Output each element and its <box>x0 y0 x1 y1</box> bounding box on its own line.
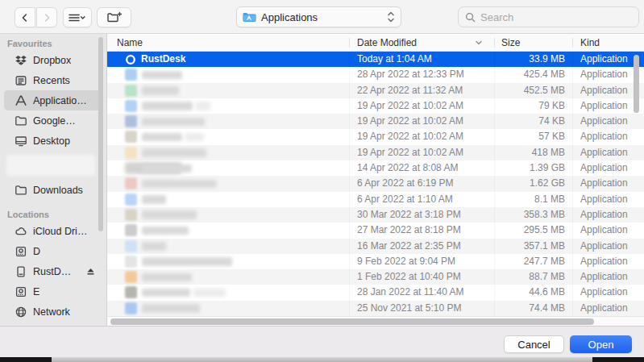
cancel-button[interactable]: Cancel <box>504 335 564 353</box>
file-icon-redacted <box>125 209 137 221</box>
column-header-name[interactable]: Name <box>117 34 143 52</box>
column-header-size[interactable]: Size <box>501 34 520 52</box>
file-row[interactable]: 6 Apr 2022 at 1:10 AM8.1 MBApplication <box>107 192 644 207</box>
sidebar-item-dropbox[interactable]: Dropbox <box>4 50 102 70</box>
sidebar-item-label: E <box>33 286 39 298</box>
sidebar-item-label: Recents <box>33 75 70 86</box>
file-icon-redacted <box>125 271 137 283</box>
file-row[interactable]: 28 Jan 2022 at 11:40 AM44.6 MBApplicatio… <box>107 285 644 300</box>
file-row[interactable]: 22 Apr 2022 at 11:32 AM452.5 MBApplicati… <box>107 83 644 98</box>
redacted-label <box>6 155 95 176</box>
file-icon-redacted <box>125 100 137 112</box>
file-date-modified: 19 Apr 2022 at 10:02 AM <box>357 145 463 160</box>
file-name-redacted <box>142 180 217 189</box>
file-date-modified: 1 Feb 2022 at 10:40 PM <box>357 269 461 285</box>
file-row[interactable]: 19 Apr 2022 at 10:02 AM79 KBApplication <box>107 98 644 114</box>
file-row[interactable]: 16 Mar 2022 at 2:35 PM357.1 MBApplicatio… <box>107 239 644 254</box>
recents-icon <box>14 74 28 87</box>
sidebar-item-redacted[interactable] <box>0 151 106 180</box>
desktop-icon <box>14 135 28 148</box>
sidebar-item-network[interactable]: Network <box>4 302 102 322</box>
sidebar-item-e[interactable]: E <box>4 281 102 302</box>
horizontal-scrollbar[interactable] <box>107 316 644 326</box>
file-kind: Application <box>580 285 628 300</box>
sidebar-item-rustd[interactable]: RustD… <box>4 261 102 281</box>
sidebar: FavouritesDropboxRecentsApplicatio…Googl… <box>0 34 107 326</box>
file-name-redacted <box>142 289 190 298</box>
file-icon-redacted <box>125 302 137 314</box>
sidebar-item-applicatio[interactable]: Applicatio… <box>4 90 102 110</box>
sidebar-item-iclouddri[interactable]: iCloud Dri… <box>4 221 102 241</box>
file-icon-redacted <box>125 115 137 127</box>
sidebar-scrollbar[interactable] <box>98 37 103 231</box>
back-button[interactable] <box>15 7 35 27</box>
applications-icon <box>14 94 28 107</box>
forward-button[interactable] <box>36 7 57 27</box>
file-name-redacted <box>193 289 226 298</box>
view-options-button[interactable] <box>63 7 92 27</box>
horizontal-scrollbar-thumb[interactable] <box>110 318 594 325</box>
file-date-modified: 9 Feb 2022 at 9:04 PM <box>357 254 455 269</box>
file-row[interactable]: 6 Apr 2022 at 6:19 PM1.62 GBApplication <box>107 176 644 191</box>
file-size: 358.3 MB <box>494 207 565 223</box>
file-date-modified: 19 Apr 2022 at 10:02 AM <box>357 114 463 129</box>
file-name-redacted <box>142 164 192 173</box>
column-header-date-modified[interactable]: Date Modified <box>357 34 417 52</box>
folder-icon <box>14 114 28 127</box>
external-disk-icon <box>14 265 28 278</box>
file-row[interactable]: 25 Nov 2021 at 5:10 PM74.4 MBApplication <box>107 301 644 316</box>
open-button[interactable]: Open <box>570 335 632 353</box>
file-name-redacted <box>142 304 200 313</box>
eject-icon[interactable] <box>83 265 98 278</box>
file-kind: Application <box>580 67 628 82</box>
file-size: 74.4 MB <box>494 301 565 316</box>
file-size: 247.7 MB <box>494 254 565 269</box>
file-kind: Application <box>580 160 628 176</box>
file-row[interactable]: 19 Apr 2022 at 10:02 AM57 KBApplication <box>107 129 644 144</box>
file-row[interactable]: 19 Apr 2022 at 10:02 AM418 MBApplication <box>107 145 644 160</box>
search-input[interactable] <box>480 11 633 23</box>
column-header-kind[interactable]: Kind <box>580 34 600 52</box>
new-folder-button[interactable] <box>97 7 131 27</box>
sidebar-item-google[interactable]: Google… <box>4 110 102 131</box>
sidebar-item-label: D <box>33 246 40 257</box>
file-size: 74 KB <box>494 114 565 129</box>
file-kind: Application <box>580 239 628 254</box>
file-date-modified: 28 Jan 2022 at 11:40 AM <box>357 285 464 300</box>
file-size: 79 KB <box>494 98 565 114</box>
harddrive-icon <box>14 285 28 298</box>
file-date-modified: 25 Nov 2021 at 5:10 PM <box>357 301 461 316</box>
file-name: RustDesk <box>141 52 185 67</box>
file-icon-redacted <box>125 286 137 298</box>
sidebar-item-recents[interactable]: Recents <box>4 70 102 90</box>
dropbox-icon <box>14 54 28 67</box>
new-folder-icon <box>106 11 123 24</box>
file-name-redacted <box>142 242 166 251</box>
file-size: 357.1 MB <box>494 239 565 254</box>
file-row[interactable]: 27 Mar 2022 at 8:18 PM295.5 MBApplicatio… <box>107 223 644 238</box>
column-divider[interactable] <box>572 38 573 48</box>
file-row[interactable]: 14 Apr 2022 at 8:08 AM1.39 GBApplication <box>107 160 644 176</box>
file-row[interactable]: 9 Feb 2022 at 9:04 PM247.7 MBApplication <box>107 254 644 269</box>
file-kind: Application <box>580 176 628 191</box>
vertical-scrollbar-thumb[interactable] <box>634 55 639 113</box>
column-divider[interactable] <box>349 38 350 48</box>
file-name-redacted <box>142 273 192 282</box>
file-row-rustdesk[interactable]: RustDeskToday at 1:04 AM33.9 MBApplicati… <box>107 52 644 67</box>
sidebar-item-desktop[interactable]: Desktop <box>4 131 102 151</box>
sidebar-item-d[interactable]: D <box>4 241 102 261</box>
sidebar-item-label: Network <box>33 306 70 318</box>
sidebar-item-downloads[interactable]: Downloads <box>4 180 102 200</box>
file-row[interactable]: 30 Mar 2022 at 3:18 PM358.3 MBApplicatio… <box>107 207 644 223</box>
column-divider[interactable] <box>494 38 495 48</box>
file-row[interactable]: 19 Apr 2022 at 10:02 AM74 KBApplication <box>107 114 644 129</box>
file-name-redacted <box>142 71 182 80</box>
toolbar: Applications <box>0 0 644 34</box>
search-field[interactable] <box>458 6 639 27</box>
file-date-modified: 16 Mar 2022 at 2:35 PM <box>357 239 461 254</box>
file-kind: Application <box>580 83 628 98</box>
file-row[interactable]: 1 Feb 2022 at 10:40 PM88.7 MBApplication <box>107 269 644 285</box>
location-selector[interactable]: Applications <box>236 6 401 27</box>
harddrive-icon <box>14 245 28 258</box>
file-row[interactable]: 28 Apr 2022 at 12:33 PM425.4 MBApplicati… <box>107 67 644 82</box>
